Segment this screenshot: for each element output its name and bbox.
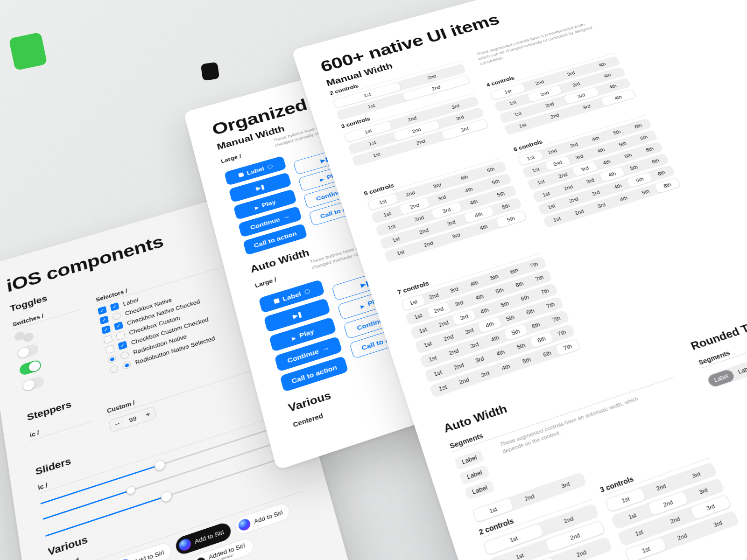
siri-orb-icon xyxy=(237,518,251,532)
segment-cell[interactable]: 7th xyxy=(528,271,551,287)
slider-thumb-icon[interactable] xyxy=(160,490,173,503)
segment-cell[interactable]: 1st xyxy=(430,379,455,397)
segment-cell[interactable]: 2nd xyxy=(447,358,472,375)
segment-cell[interactable]: 6th xyxy=(524,317,548,334)
slider-thumb-icon[interactable] xyxy=(154,459,166,471)
play-icon xyxy=(319,175,324,182)
segment-cell[interactable]: 6th xyxy=(519,304,543,320)
segment-cell[interactable]: 2nd xyxy=(452,372,477,390)
segment-cell[interactable]: 7th xyxy=(550,325,574,341)
segment-cell[interactable]: 6th xyxy=(535,345,560,362)
segment-cell[interactable]: 4th xyxy=(472,303,496,319)
check-icon: ✓ xyxy=(114,322,123,331)
radio-icon xyxy=(112,312,121,321)
radio-icon xyxy=(120,350,129,360)
segment-cell[interactable]: 1st xyxy=(544,211,570,227)
segment-cell[interactable]: 4th xyxy=(463,276,486,292)
segment-cell[interactable]: 5th xyxy=(633,184,659,200)
check-icon: ✓ xyxy=(110,302,120,311)
segment-cell[interactable]: 5th xyxy=(488,283,512,299)
radio-on-icon xyxy=(107,355,117,364)
segment-cell[interactable]: 6th xyxy=(529,331,554,348)
segment-cell[interactable]: 4th xyxy=(493,359,518,376)
play-pause-icon: ▶❚ xyxy=(255,183,265,191)
segment-cell[interactable]: 3rd xyxy=(442,282,466,298)
segment-cell[interactable]: 6th xyxy=(513,290,537,306)
check-icon: ✓ xyxy=(118,341,127,350)
stop-icon xyxy=(238,172,244,177)
segment-cell[interactable]: 5th xyxy=(504,324,528,340)
switch-off[interactable] xyxy=(16,343,39,360)
segment-cell[interactable]: 2nd xyxy=(442,344,466,361)
segment-cell[interactable]: 7th xyxy=(556,339,580,356)
segment-cell[interactable]: 2nd xyxy=(437,329,461,346)
segment-cell[interactable]: 6th xyxy=(502,263,526,279)
segment-cell[interactable]: 3rd xyxy=(467,351,492,368)
segment-cell[interactable]: 1st xyxy=(416,336,440,353)
segment-cell[interactable]: 5th xyxy=(498,310,522,327)
segment-cell[interactable]: 3rd xyxy=(457,323,481,339)
segment-cell[interactable]: 2nd xyxy=(422,288,446,304)
checkbox-icon xyxy=(103,335,113,344)
segment-cell[interactable]: 6th xyxy=(508,277,532,293)
segment-cell[interactable]: 4th xyxy=(488,345,513,362)
segment-cell[interactable]: 4th xyxy=(483,330,507,347)
stepper-plus[interactable]: + xyxy=(140,406,156,422)
switch-disabled[interactable] xyxy=(21,375,45,393)
play-pause-icon: ▶❚ xyxy=(292,311,303,320)
segment-cell[interactable]: 7th xyxy=(533,284,557,300)
check-icon: ✓ xyxy=(101,325,111,335)
stop-icon xyxy=(273,298,280,304)
checkbox-icon xyxy=(105,345,114,354)
check-icon: ✓ xyxy=(98,306,107,315)
segment-cell[interactable]: 6th xyxy=(655,178,681,193)
segment-cell[interactable]: 3rd xyxy=(473,366,498,383)
segment-cell[interactable]: 5th xyxy=(483,270,507,286)
segment-cell[interactable]: 1st xyxy=(411,322,435,338)
slider-thumb-icon[interactable] xyxy=(126,485,136,496)
segment-cell[interactable]: 5th xyxy=(509,338,533,355)
segment-cell[interactable]: 7th xyxy=(522,257,546,273)
siri-orb-icon xyxy=(118,558,132,560)
segment-cell[interactable]: 3rd xyxy=(462,337,486,354)
siri-orb-icon xyxy=(178,538,192,553)
segment-cell[interactable]: 3rd xyxy=(452,309,477,326)
radio-on-icon xyxy=(122,361,132,370)
play-icon xyxy=(254,203,259,210)
tab-label[interactable]: Label xyxy=(706,369,736,388)
circle-icon xyxy=(267,164,273,169)
segment-cell[interactable]: 5th xyxy=(514,352,539,369)
segment-cell[interactable]: 7th xyxy=(539,297,563,313)
segment-cell[interactable]: 4th xyxy=(611,191,637,207)
play-icon xyxy=(291,333,296,341)
segment-cell[interactable]: 2nd xyxy=(566,204,592,220)
play-icon xyxy=(359,301,366,309)
switch-on[interactable] xyxy=(19,359,42,376)
checkbox-icon xyxy=(116,331,125,340)
segment-cell[interactable]: 7th xyxy=(544,311,569,327)
segment-cell[interactable]: 3rd xyxy=(589,198,615,213)
segment-cell[interactable]: 1st xyxy=(402,294,425,310)
check-icon: ✓ xyxy=(99,315,109,324)
segment-cell[interactable]: 1st xyxy=(421,350,445,367)
segment-cell[interactable]: 1st xyxy=(426,365,451,382)
stepper-minus[interactable]: − xyxy=(109,416,126,432)
segment-cell[interactable]: 3rd xyxy=(447,295,471,311)
segment-cell[interactable]: 5th xyxy=(493,296,517,312)
segment-cell[interactable]: 4th xyxy=(478,316,502,333)
segment-cell[interactable]: 2nd xyxy=(432,315,456,332)
segment-cell[interactable]: 1st xyxy=(406,308,430,325)
stepper-value: 99 xyxy=(124,413,142,425)
selector-label: Label xyxy=(122,297,139,307)
radio-icon xyxy=(109,364,119,374)
segment-cell[interactable]: 2nd xyxy=(427,302,451,318)
circle-icon xyxy=(304,288,310,294)
segment-cell[interactable]: 4th xyxy=(467,289,491,305)
